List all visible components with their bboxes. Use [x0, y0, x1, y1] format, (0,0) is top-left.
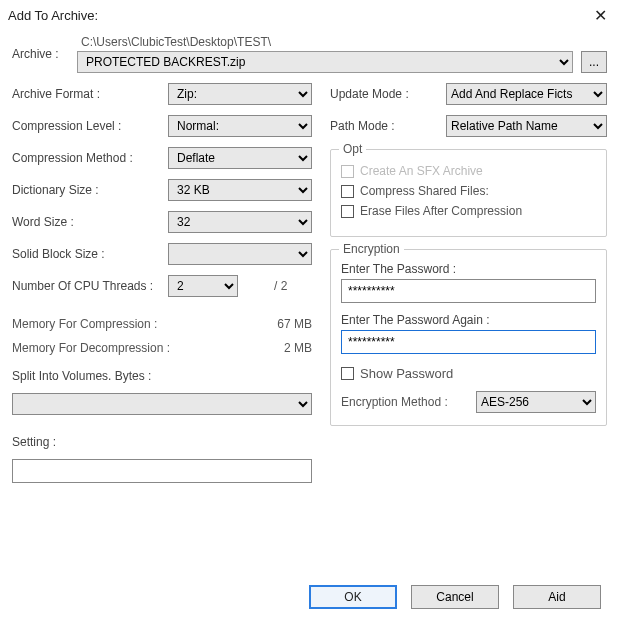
- block-select[interactable]: [168, 243, 312, 265]
- update-label: Update Mode :: [330, 87, 440, 101]
- level-label: Compression Level :: [12, 119, 162, 133]
- pw2-label: Enter The Password Again :: [341, 313, 596, 327]
- aid-button[interactable]: Aid: [513, 585, 601, 609]
- archive-label: Archive :: [12, 33, 77, 61]
- pw1-label: Enter The Password :: [341, 262, 596, 276]
- path-select[interactable]: Relative Path Name: [446, 115, 607, 137]
- shared-checkbox[interactable]: [341, 185, 354, 198]
- archive-path: C:\Users\ClubicTest\Desktop\TEST\: [77, 33, 607, 51]
- mem-comp-label: Memory For Compression :: [12, 317, 157, 331]
- path-label: Path Mode :: [330, 119, 440, 133]
- dict-label: Dictionary Size :: [12, 183, 162, 197]
- cpu-label: Number Of CPU Threads :: [12, 279, 162, 293]
- method-select[interactable]: Deflate: [168, 147, 312, 169]
- erase-checkbox[interactable]: [341, 205, 354, 218]
- method-label: Compression Method :: [12, 151, 162, 165]
- cancel-button[interactable]: Cancel: [411, 585, 499, 609]
- encryption-group: Encryption Enter The Password : Enter Th…: [330, 249, 607, 426]
- cpu-max: / 2: [244, 279, 287, 293]
- cpu-select[interactable]: 2: [168, 275, 238, 297]
- options-legend: Opt: [339, 142, 366, 156]
- split-select[interactable]: [12, 393, 312, 415]
- close-icon[interactable]: ✕: [590, 6, 611, 25]
- setting-input[interactable]: [12, 459, 312, 483]
- window-title: Add To Archive:: [8, 8, 98, 23]
- erase-label: Erase Files After Compression: [360, 204, 522, 218]
- browse-button[interactable]: ...: [581, 51, 607, 73]
- mem-comp-value: 67 MB: [277, 317, 312, 331]
- split-label: Split Into Volumes. Bytes :: [12, 369, 312, 383]
- sfx-label: Create An SFX Archive: [360, 164, 483, 178]
- mem-decomp-label: Memory For Decompression :: [12, 341, 170, 355]
- shared-label: Compress Shared Files:: [360, 184, 489, 198]
- word-label: Word Size :: [12, 215, 162, 229]
- update-select[interactable]: Add And Replace Ficts: [446, 83, 607, 105]
- pw1-input[interactable]: [341, 279, 596, 303]
- block-label: Solid Block Size :: [12, 247, 162, 261]
- enc-method-label: Encryption Method :: [341, 395, 466, 409]
- ok-button[interactable]: OK: [309, 585, 397, 609]
- enc-method-select[interactable]: AES-256: [476, 391, 596, 413]
- mem-decomp-value: 2 MB: [284, 341, 312, 355]
- format-label: Archive Format :: [12, 87, 162, 101]
- encryption-legend: Encryption: [339, 242, 404, 256]
- sfx-checkbox[interactable]: [341, 165, 354, 178]
- word-select[interactable]: 32: [168, 211, 312, 233]
- showpw-checkbox[interactable]: [341, 367, 354, 380]
- setting-label: Setting :: [12, 435, 312, 449]
- options-group: Opt Create An SFX Archive Compress Share…: [330, 149, 607, 237]
- dict-select[interactable]: 32 KB: [168, 179, 312, 201]
- format-select[interactable]: Zip:: [168, 83, 312, 105]
- showpw-label: Show Password: [360, 366, 453, 381]
- pw2-input[interactable]: [341, 330, 596, 354]
- archive-filename-select[interactable]: PROTECTED BACKREST.zip: [77, 51, 573, 73]
- level-select[interactable]: Normal:: [168, 115, 312, 137]
